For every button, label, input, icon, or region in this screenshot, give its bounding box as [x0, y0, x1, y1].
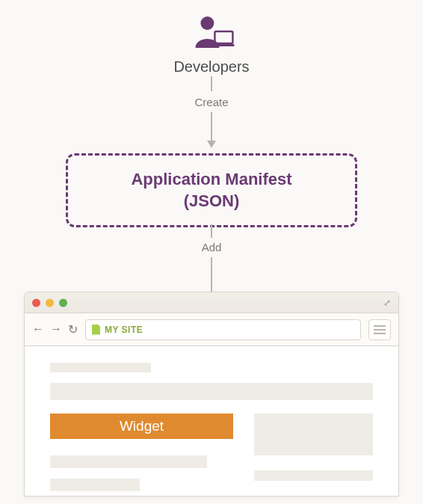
- back-icon[interactable]: ←: [32, 322, 44, 336]
- browser-window: ⤢ ← → ↻ MY SITE Widget: [24, 292, 399, 497]
- nav-controls: ← → ↻: [32, 322, 78, 336]
- forward-icon[interactable]: →: [50, 322, 62, 336]
- menu-icon[interactable]: [368, 319, 391, 340]
- skeleton-line: [50, 455, 207, 468]
- zoom-icon[interactable]: [59, 298, 67, 307]
- address-bar[interactable]: MY SITE: [85, 319, 361, 340]
- manifest-subtitle: (JSON): [75, 191, 348, 212]
- developer-label: Developers: [173, 58, 249, 76]
- reload-icon[interactable]: ↻: [68, 322, 78, 336]
- skeleton-title: [50, 363, 151, 372]
- developer-icon: [189, 15, 234, 54]
- skeleton-line: [254, 470, 373, 481]
- browser-toolbar: ← → ↻ MY SITE: [25, 313, 398, 346]
- expand-icon[interactable]: ⤢: [383, 298, 391, 308]
- flow-arrowhead: [207, 141, 216, 148]
- flow-label-add: Add: [199, 239, 225, 255]
- skeleton-box: [254, 414, 373, 455]
- svg-rect-1: [214, 31, 232, 43]
- flow-line: [211, 224, 212, 238]
- svg-point-0: [200, 16, 214, 30]
- widget-bar: Widget: [50, 414, 233, 439]
- close-icon[interactable]: [32, 298, 40, 307]
- page-icon: [92, 325, 100, 335]
- flow-line: [211, 76, 212, 91]
- window-controls: [32, 298, 67, 307]
- minimize-icon[interactable]: [46, 298, 54, 307]
- manifest-title: Application Manifest: [75, 169, 348, 191]
- skeleton-line: [50, 479, 140, 491]
- svg-rect-2: [212, 44, 234, 46]
- site-name: MY SITE: [105, 325, 143, 335]
- flow-line: [211, 112, 212, 141]
- developer-block: Developers: [173, 15, 249, 76]
- skeleton-bar: [50, 383, 373, 400]
- flow-label-create: Create: [191, 94, 231, 110]
- manifest-box: Application Manifest (JSON): [66, 153, 357, 227]
- page-content: Widget: [25, 346, 398, 496]
- browser-titlebar: ⤢: [25, 292, 398, 313]
